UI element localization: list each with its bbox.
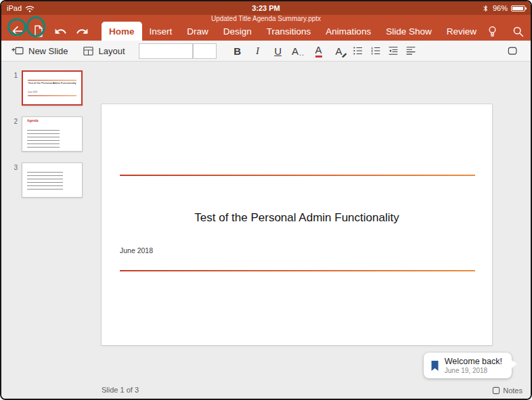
- bold-button[interactable]: B: [227, 42, 248, 60]
- status-bar: iPad 3:23 PM 96%: [1, 1, 531, 15]
- lightbulb-icon[interactable]: [484, 22, 502, 40]
- main-area: 1 Test of the Personal Admin Functionali…: [1, 62, 531, 399]
- notes-icon: [492, 386, 500, 395]
- italic-button[interactable]: I: [248, 42, 268, 60]
- redo-button[interactable]: [73, 22, 91, 40]
- ribbon: Updated Title Agenda Summary.pptx Home I…: [1, 15, 531, 41]
- callout-date: June 19, 2018: [445, 367, 502, 374]
- mini-text-lines: [27, 172, 63, 192]
- underline-button[interactable]: U: [268, 42, 288, 60]
- tab-transitions[interactable]: Transitions: [259, 22, 319, 41]
- mini-line: [28, 95, 76, 96]
- battery-icon: [511, 5, 525, 12]
- powerpoint-app: iPad 3:23 PM 96% Updated Title Agenda Su…: [0, 0, 532, 400]
- font-size-input[interactable]: [193, 43, 217, 59]
- device-label: iPad: [7, 4, 22, 12]
- slide-top-rule: [120, 175, 475, 176]
- new-slide-button[interactable]: New Slide: [11, 45, 68, 57]
- thumbnail-number: 3: [11, 162, 18, 198]
- slide-canvas[interactable]: Test of the Personal Admin Functionality…: [102, 104, 492, 345]
- slide-counter: Slide 1 of 3: [102, 386, 139, 394]
- wifi-icon: [25, 4, 35, 13]
- notes-button[interactable]: Notes: [492, 386, 523, 395]
- mini-date: June 2018: [28, 91, 37, 93]
- mini-line: [28, 80, 76, 81]
- home-toolbar: New Slide Layout B I U A.. A A: [1, 41, 531, 62]
- search-icon[interactable]: [510, 22, 527, 40]
- shape-button[interactable]: [504, 42, 521, 60]
- notes-label: Notes: [503, 386, 523, 395]
- tab-design[interactable]: Design: [216, 22, 259, 41]
- tab-slide-show[interactable]: Slide Show: [378, 22, 439, 41]
- thumbnail-number: 2: [11, 116, 18, 152]
- ribbon-tabs: Home Insert Draw Design Transitions Anim…: [102, 22, 484, 41]
- text-effects-button[interactable]: A: [329, 42, 349, 60]
- slide-bottom-rule: [120, 270, 475, 271]
- callout-title: Welcome back!: [445, 357, 502, 366]
- pen-icon: [341, 51, 348, 58]
- welcome-callout[interactable]: Welcome back! June 19, 2018: [424, 353, 512, 378]
- slide-title-text[interactable]: Test of the Personal Admin Functionality: [115, 211, 479, 225]
- new-slide-label: New Slide: [28, 46, 68, 56]
- layout-label: Layout: [99, 46, 125, 56]
- font-color-button[interactable]: A: [309, 42, 329, 60]
- bullets-button[interactable]: [349, 42, 367, 60]
- undo-button[interactable]: [51, 22, 69, 40]
- font-name-input[interactable]: [139, 43, 193, 59]
- align-button[interactable]: [402, 42, 420, 60]
- slide-thumbnail-2[interactable]: Agenda: [22, 116, 83, 152]
- mini-text-lines: [27, 130, 60, 148]
- back-button[interactable]: [8, 22, 26, 40]
- battery-percent: 96%: [493, 4, 508, 12]
- bluetooth-icon: [482, 4, 489, 13]
- font-formatting-button[interactable]: A..: [288, 42, 309, 60]
- mini-heading: Agenda: [27, 119, 39, 123]
- clock: 3:23 PM: [122, 4, 410, 12]
- slide-date-text[interactable]: June 2018: [120, 246, 153, 254]
- tab-review[interactable]: Review: [439, 22, 484, 41]
- slide-thumbnail-1[interactable]: Test of the Personal Admin Functionality…: [22, 70, 83, 106]
- thumbnail-number: 1: [11, 70, 18, 106]
- slide-thumbnail-3[interactable]: [22, 162, 83, 198]
- indent-button[interactable]: [384, 42, 402, 60]
- bookmark-icon: [430, 360, 439, 372]
- numbering-button[interactable]: [367, 42, 384, 60]
- tab-draw[interactable]: Draw: [179, 22, 216, 41]
- tab-home[interactable]: Home: [102, 22, 142, 41]
- mini-title: Test of the Personal Admin Functionality: [26, 81, 79, 85]
- layout-button[interactable]: Layout: [82, 45, 125, 57]
- tab-insert[interactable]: Insert: [142, 22, 180, 41]
- tab-animations[interactable]: Animations: [318, 22, 378, 41]
- file-icon[interactable]: [30, 22, 47, 40]
